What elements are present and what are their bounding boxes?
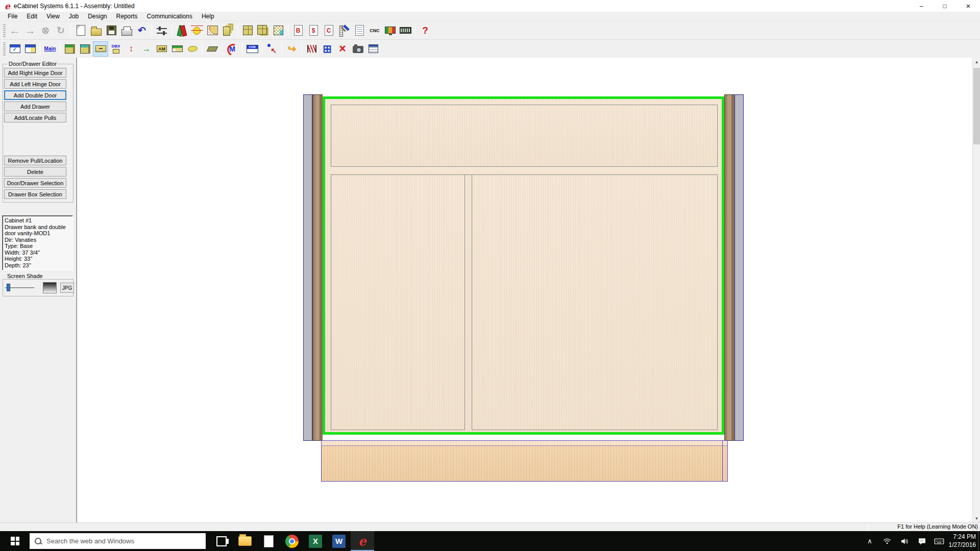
toe-kick[interactable] (321, 440, 728, 482)
help-button[interactable]: ? (418, 23, 433, 38)
menu-view[interactable]: View (42, 12, 64, 21)
minimize-button[interactable]: – (910, 0, 933, 12)
drawing-canvas[interactable]: ▲ ▼ (77, 58, 980, 522)
open-folder-button[interactable] (88, 23, 104, 38)
cnc-button[interactable]: CNC (367, 23, 382, 38)
cabinet-green-button[interactable] (62, 41, 78, 57)
door-drawer-selection-button[interactable]: Door/Drawer Selection (4, 178, 66, 188)
panel-arrows-button[interactable]: ↕ (124, 41, 139, 57)
cabinet-left-outer-edge[interactable] (303, 94, 312, 441)
start-button[interactable] (0, 531, 30, 551)
settings-sliders-button[interactable] (154, 23, 169, 38)
task-view-taskbar-button[interactable] (210, 531, 233, 551)
taskbar-clock[interactable]: 7:24 PM 1/27/2016 (949, 533, 976, 549)
drawer-box-selection-button[interactable]: Drawer Box Selection (4, 189, 66, 199)
cabinet-pattern-button[interactable] (271, 23, 286, 38)
menu-job[interactable]: Job (64, 12, 83, 21)
arc-pattern-button[interactable] (205, 23, 220, 38)
refresh-button[interactable]: ↻ (53, 23, 68, 38)
forward-button[interactable]: → (22, 23, 38, 38)
board-3d-button[interactable] (205, 41, 220, 57)
jpg-button[interactable]: JPG (60, 283, 74, 293)
scroll-up-arrow[interactable]: ▲ (973, 58, 980, 66)
undo-button[interactable]: ↶ (134, 23, 150, 38)
ecabinet-taskbar-button[interactable]: e (351, 531, 374, 551)
calendar-button[interactable] (365, 41, 381, 57)
close-button[interactable]: × (957, 0, 980, 12)
word-taskbar-button[interactable]: W (327, 531, 351, 551)
cabinet-left-side-panel[interactable] (312, 94, 323, 441)
tools-measure-button[interactable] (336, 23, 352, 38)
print-button[interactable] (119, 23, 134, 38)
back-button[interactable]: ← (7, 23, 22, 38)
taskbar-search-input[interactable]: Search the web and Windows (30, 533, 206, 549)
materials-ribbon-button[interactable] (174, 23, 189, 38)
drawer-editor-button[interactable] (93, 41, 108, 57)
m-logo-icon: M (226, 43, 238, 55)
touch-keyboard-icon[interactable] (934, 537, 944, 546)
scroll-down-arrow[interactable]: ▼ (973, 514, 980, 522)
add-locate-pulls-button[interactable]: Add/Locate Pulls (4, 113, 66, 122)
vertical-scrollbar[interactable]: ▲ ▼ (972, 58, 980, 522)
delete-x-button[interactable]: × (335, 41, 350, 57)
dbx-button[interactable]: DBX (108, 41, 124, 57)
add-double-door-button[interactable]: Add Double Door (4, 90, 66, 100)
m-logo-button[interactable]: M (225, 41, 240, 57)
menu-help[interactable]: Help (197, 12, 219, 21)
blank-document-taskbar-button[interactable] (257, 531, 280, 551)
crown-molding-button[interactable] (169, 41, 185, 57)
wifi-icon[interactable] (882, 537, 892, 545)
rotate-arrow-button[interactable]: ↪ (284, 41, 300, 57)
monitor-button[interactable] (382, 23, 398, 38)
section-marks-button[interactable] (304, 41, 320, 57)
delete-button[interactable]: Delete (4, 167, 66, 177)
window-check-button[interactable]: ✓ (7, 41, 22, 57)
toolbar-grip[interactable] (3, 42, 6, 56)
am-button[interactable]: AM (154, 41, 169, 57)
locate-point-button[interactable]: ↖ (264, 41, 280, 57)
excel-taskbar-button[interactable]: X (304, 531, 327, 551)
maximize-button[interactable]: □ (933, 0, 957, 12)
save-button[interactable] (104, 23, 119, 38)
cabinet-right-side-panel[interactable] (724, 94, 734, 441)
add-right-hinge-door-button[interactable]: Add Right Hinge Door (4, 68, 66, 78)
stop-button[interactable]: ⊗ (38, 23, 53, 38)
dimension-tool-button[interactable] (189, 23, 205, 38)
doc-notes-button[interactable] (352, 23, 367, 38)
chrome-taskbar-button[interactable] (280, 531, 304, 551)
cabinet-front-button[interactable] (240, 23, 255, 38)
window-grid-button[interactable] (22, 41, 38, 57)
cutlist-document-button[interactable]: C (321, 23, 336, 38)
menu-file[interactable]: File (3, 12, 22, 21)
menu-edit[interactable]: Edit (22, 12, 42, 21)
menu-communications[interactable]: Communications (142, 12, 197, 21)
camera-button[interactable] (350, 41, 365, 57)
cabinet-right-outer-edge[interactable] (734, 94, 744, 441)
curved-molding-button[interactable] (185, 41, 200, 57)
bid-document-button[interactable]: B (290, 23, 306, 38)
cabinet-group-button[interactable] (255, 23, 271, 38)
file-explorer-taskbar-button[interactable] (233, 531, 257, 551)
cabinet-pattern-icon (274, 26, 283, 35)
add-drawer-button[interactable]: Add Drawer (4, 102, 66, 111)
add-left-hinge-door-button[interactable]: Add Left Hinge Door (4, 79, 66, 89)
screen-shade-slider-thumb[interactable] (7, 284, 10, 291)
menu-reports[interactable]: Reports (112, 12, 142, 21)
remove-pull-location-button[interactable]: Remove Pull/Location (4, 156, 66, 165)
notification-icon[interactable] (917, 537, 927, 545)
tray-chevron-icon[interactable]: ∧ (865, 537, 875, 545)
menu-design[interactable]: Design (83, 12, 111, 21)
grid-table-button[interactable]: ⊞ (320, 41, 335, 57)
cabinet-teal-button[interactable] (78, 41, 93, 57)
keyboard-button[interactable] (398, 23, 413, 38)
volume-icon[interactable] (899, 537, 910, 545)
toolbar-grip[interactable] (3, 24, 6, 37)
cost-document-button[interactable]: $ (306, 23, 321, 38)
con-window-button[interactable]: CON (244, 41, 260, 57)
new-document-button[interactable] (73, 23, 88, 38)
door-stack-button[interactable] (220, 23, 235, 38)
main-button[interactable]: Main (42, 41, 58, 57)
show-desktop-button[interactable] (978, 531, 980, 551)
board-arrow-button[interactable]: → (139, 41, 154, 57)
scrollbar-thumb[interactable] (973, 68, 980, 144)
